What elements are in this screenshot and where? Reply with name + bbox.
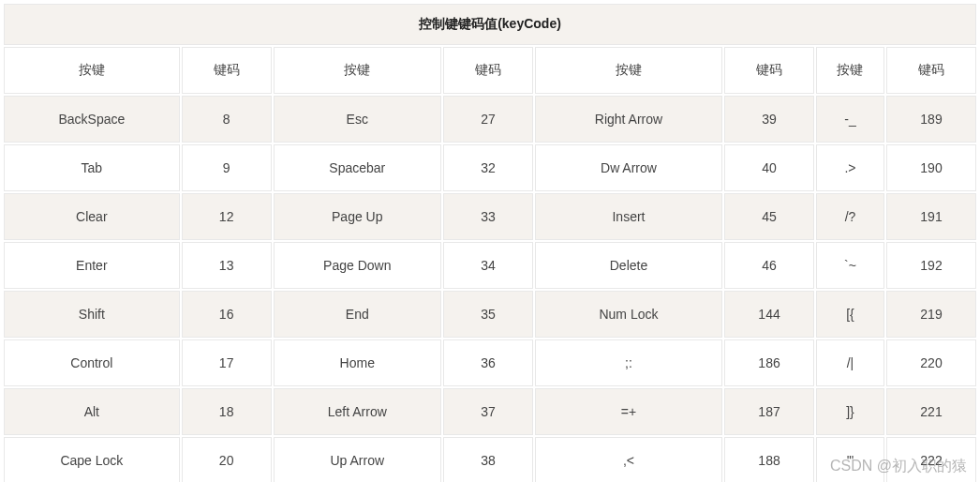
- cell-code: 222: [886, 437, 976, 482]
- header-cell: 键码: [724, 47, 814, 94]
- cell-key: BackSpace: [4, 96, 180, 143]
- cell-key: Enter: [4, 242, 180, 289]
- cell-key: [{: [816, 291, 884, 338]
- cell-code: 17: [182, 339, 272, 386]
- cell-code: 45: [724, 193, 814, 240]
- cell-key: Alt: [4, 388, 180, 435]
- cell-code: 8: [182, 96, 272, 143]
- cell-key: Delete: [535, 242, 722, 289]
- cell-key: Num Lock: [535, 291, 722, 338]
- cell-code: 191: [886, 193, 976, 240]
- cell-key: Cape Lock: [4, 437, 180, 482]
- table-body: BackSpace 8 Esc 27 Right Arrow 39 -_ 189…: [4, 96, 976, 482]
- table-row: Enter 13 Page Down 34 Delete 46 `~ 192: [4, 242, 976, 289]
- header-cell: 按键: [4, 47, 180, 94]
- header-cell: 按键: [535, 47, 722, 94]
- table-row: Clear 12 Page Up 33 Insert 45 /? 191: [4, 193, 976, 240]
- cell-code: 144: [724, 291, 814, 338]
- cell-key: Shift: [4, 291, 180, 338]
- cell-code: 220: [886, 339, 976, 386]
- cell-key: /?: [816, 193, 884, 240]
- cell-code: 37: [443, 388, 533, 435]
- cell-code: 33: [443, 193, 533, 240]
- cell-code: 40: [724, 144, 814, 191]
- cell-code: 186: [724, 339, 814, 386]
- cell-key: End: [274, 291, 441, 338]
- header-cell: 键码: [182, 47, 272, 94]
- cell-key: Tab: [4, 144, 180, 191]
- cell-key: `~: [816, 242, 884, 289]
- cell-key: Spacebar: [274, 144, 441, 191]
- cell-key: '": [816, 437, 884, 482]
- cell-key: ]}: [816, 388, 884, 435]
- cell-code: 13: [182, 242, 272, 289]
- cell-key: Control: [4, 339, 180, 386]
- cell-key: Dw Arrow: [535, 144, 722, 191]
- cell-code: 35: [443, 291, 533, 338]
- table-title: 控制键键码值(keyCode): [4, 4, 976, 45]
- cell-key: ,<: [535, 437, 722, 482]
- cell-code: 18: [182, 388, 272, 435]
- cell-code: 34: [443, 242, 533, 289]
- cell-code: 9: [182, 144, 272, 191]
- header-cell: 键码: [443, 47, 533, 94]
- table-row: Alt 18 Left Arrow 37 =+ 187 ]} 221: [4, 388, 976, 435]
- cell-key: ;:: [535, 339, 722, 386]
- cell-code: 38: [443, 437, 533, 482]
- cell-key: Page Down: [274, 242, 441, 289]
- header-cell: 按键: [274, 47, 441, 94]
- keycode-table: 控制键键码值(keyCode) 按键 键码 按键 键码 按键 键码 按键 键码 …: [2, 2, 978, 482]
- cell-code: 188: [724, 437, 814, 482]
- cell-code: 221: [886, 388, 976, 435]
- cell-key: Right Arrow: [535, 96, 722, 143]
- cell-key: Insert: [535, 193, 722, 240]
- cell-code: 12: [182, 193, 272, 240]
- cell-code: 16: [182, 291, 272, 338]
- table-row: Tab 9 Spacebar 32 Dw Arrow 40 .> 190: [4, 144, 976, 191]
- cell-code: 27: [443, 96, 533, 143]
- cell-key: =+: [535, 388, 722, 435]
- cell-key: .>: [816, 144, 884, 191]
- cell-key: /|: [816, 339, 884, 386]
- table-header-row: 按键 键码 按键 键码 按键 键码 按键 键码: [4, 47, 976, 94]
- cell-key: Esc: [274, 96, 441, 143]
- cell-code: 187: [724, 388, 814, 435]
- cell-key: Page Up: [274, 193, 441, 240]
- table-row: Control 17 Home 36 ;: 186 /| 220: [4, 339, 976, 386]
- cell-key: Up Arrow: [274, 437, 441, 482]
- cell-code: 192: [886, 242, 976, 289]
- cell-code: 189: [886, 96, 976, 143]
- header-cell: 键码: [886, 47, 976, 94]
- table-row: Shift 16 End 35 Num Lock 144 [{ 219: [4, 291, 976, 338]
- table-row: Cape Lock 20 Up Arrow 38 ,< 188 '" 222: [4, 437, 976, 482]
- cell-code: 190: [886, 144, 976, 191]
- cell-key: -_: [816, 96, 884, 143]
- cell-key: Clear: [4, 193, 180, 240]
- cell-code: 219: [886, 291, 976, 338]
- header-cell: 按键: [816, 47, 884, 94]
- cell-code: 32: [443, 144, 533, 191]
- cell-code: 39: [724, 96, 814, 143]
- cell-key: Left Arrow: [274, 388, 441, 435]
- cell-code: 36: [443, 339, 533, 386]
- table-row: BackSpace 8 Esc 27 Right Arrow 39 -_ 189: [4, 96, 976, 143]
- cell-code: 20: [182, 437, 272, 482]
- cell-code: 46: [724, 242, 814, 289]
- cell-key: Home: [274, 339, 441, 386]
